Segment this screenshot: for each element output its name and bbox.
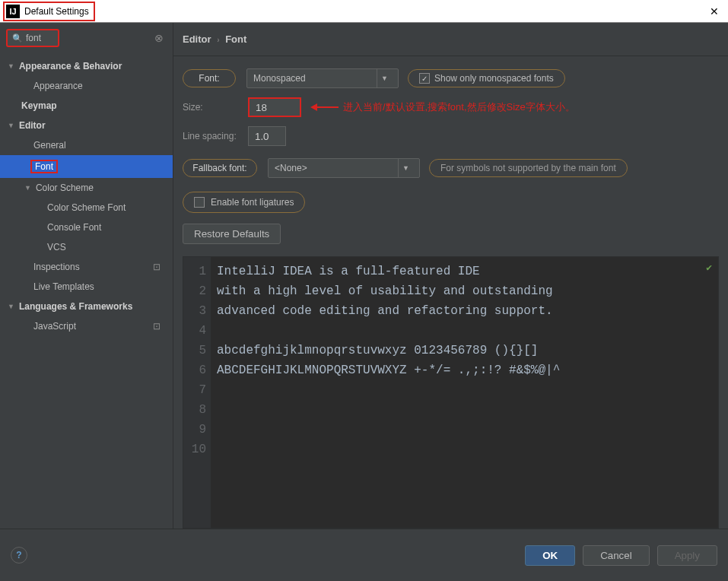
chevron-down-icon: ▼ [398, 159, 413, 177]
size-input[interactable] [248, 97, 301, 117]
settings-tree: ▼ Appearance & Behavior Appearance Keyma… [0, 53, 173, 336]
font-dropdown[interactable]: Monospaced ▼ [246, 68, 399, 88]
chevron-down-icon: ▼ [24, 184, 31, 192]
tree-item-javascript[interactable]: JavaScript ⊡ [0, 316, 173, 336]
line-spacing-input[interactable] [248, 126, 286, 146]
search-box[interactable]: 🔍 [6, 29, 59, 47]
tree-item-appearance[interactable]: Appearance [0, 76, 173, 96]
gear-icon: ⊡ [153, 321, 165, 332]
annotation-text: 进入当前/默认设置,搜索font,然后修改Size字体大小。 [343, 100, 575, 114]
font-label: Font: [183, 69, 236, 87]
chevron-down-icon: ▼ [377, 69, 392, 87]
tree-group-languages[interactable]: ▼ Languages & Frameworks [0, 297, 173, 316]
ok-button[interactable]: OK [525, 545, 575, 566]
font-preview: 12345678910 IntelliJ IDEA is a full-feat… [183, 256, 719, 529]
search-input[interactable] [26, 33, 53, 43]
apply-button[interactable]: Apply [657, 545, 717, 566]
chevron-down-icon: ▼ [8, 303, 14, 310]
tree-item-live-templates[interactable]: Live Templates [0, 277, 173, 297]
line-spacing-label: Line spacing: [183, 131, 248, 141]
content-panel: Editor › Font Font: Monospaced ▼ ✓ Show … [173, 23, 728, 529]
tree-item-font[interactable]: Font [0, 155, 173, 178]
tree-item-general[interactable]: General [0, 135, 173, 155]
tree-item-vcs[interactable]: VCS [0, 237, 173, 257]
clear-search-icon[interactable]: ⊗ [154, 32, 167, 44]
line-gutter: 12345678910 [183, 257, 211, 528]
font-ligatures-checkbox[interactable]: Enable font ligatures [183, 192, 305, 213]
window-title: Default Settings [24, 6, 89, 17]
cancel-button[interactable]: Cancel [583, 545, 650, 566]
chevron-down-icon: ▼ [8, 62, 14, 70]
tree-item-color-scheme-font[interactable]: Color Scheme Font [0, 198, 173, 217]
tree-group-editor[interactable]: ▼ Editor [0, 116, 173, 135]
breadcrumb: Editor › Font [173, 23, 728, 56]
tree-group-color-scheme[interactable]: ▼ Color Scheme [0, 178, 173, 198]
checkbox-unchecked-icon [194, 197, 205, 208]
tree-item-inspections[interactable]: Inspections ⊡ [0, 257, 173, 277]
fallback-font-dropdown[interactable]: <None> ▼ [268, 158, 420, 178]
chevron-right-icon: › [217, 36, 219, 44]
fallback-font-label: Fallback font: [183, 159, 257, 177]
app-icon: IJ [6, 5, 20, 18]
close-icon[interactable]: ✕ [704, 5, 725, 17]
checkbox-checked-icon: ✓ [419, 73, 430, 84]
tree-item-keymap[interactable]: Keymap [0, 96, 173, 116]
titlebar: IJ Default Settings ✕ [0, 0, 728, 23]
gear-icon: ⊡ [153, 262, 165, 272]
show-monospaced-checkbox[interactable]: ✓ Show only monospaced fonts [408, 69, 565, 87]
preview-code: IntelliJ IDEA is a full-featured IDEwith… [211, 257, 566, 528]
size-label: Size: [183, 102, 248, 113]
restore-defaults-button[interactable]: Restore Defaults [183, 224, 281, 244]
help-icon[interactable]: ? [11, 547, 27, 564]
tree-item-console-font[interactable]: Console Font [0, 217, 173, 237]
search-icon: 🔍 [12, 33, 23, 43]
annotation-arrow: 进入当前/默认设置,搜索font,然后修改Size字体大小。 [310, 100, 575, 114]
fallback-hint: For symbols not supported by the main fo… [429, 159, 628, 177]
check-icon: ✔ [706, 262, 712, 274]
chevron-down-icon: ▼ [8, 122, 14, 129]
sidebar: 🔍 ⊗ ▼ Appearance & Behavior Appearance K… [0, 23, 173, 529]
footer: ? OK Cancel Apply [0, 529, 728, 581]
tree-group-appearance[interactable]: ▼ Appearance & Behavior [0, 56, 173, 76]
